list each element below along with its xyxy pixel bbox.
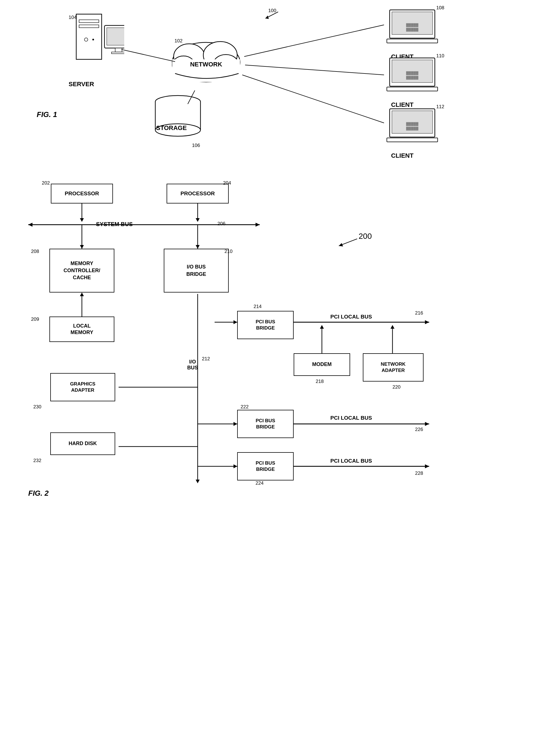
io-bridge-box: I/O BUS BRIDGE bbox=[164, 249, 229, 293]
ref-220: 220 bbox=[392, 384, 400, 390]
ref-224: 224 bbox=[256, 480, 264, 486]
svg-marker-55 bbox=[80, 293, 84, 296]
svg-marker-65 bbox=[390, 325, 394, 329]
local-mem-box: LOCAL MEMORY bbox=[49, 317, 114, 342]
pci-bridge1-box: PCI BUS BRIDGE bbox=[237, 311, 294, 339]
ref-208: 208 bbox=[31, 249, 39, 254]
svg-marker-74 bbox=[425, 464, 429, 468]
svg-marker-70 bbox=[425, 422, 429, 426]
svg-marker-63 bbox=[320, 325, 324, 329]
io-bus-label: I/OBUS bbox=[187, 359, 198, 371]
fig1-area: 100 SERVER 104 bbox=[0, 0, 541, 164]
pci-bridge3-box: PCI BUS BRIDGE bbox=[237, 452, 294, 480]
ref-212: 212 bbox=[202, 356, 210, 362]
svg-marker-44 bbox=[80, 218, 84, 222]
ref-209: 209 bbox=[31, 317, 39, 322]
svg-marker-46 bbox=[196, 218, 200, 222]
svg-line-36 bbox=[121, 49, 175, 62]
ref-214: 214 bbox=[254, 304, 262, 309]
ref-226: 226 bbox=[415, 427, 423, 432]
fig2-area: 200 PROCESSOR 202 PROCESSOR 204 bbox=[0, 172, 541, 756]
pci-local-bus1-label: PCI LOCAL BUS bbox=[330, 314, 372, 320]
ref-216: 216 bbox=[415, 310, 423, 316]
svg-marker-51 bbox=[80, 245, 84, 249]
modem-box: MODEM bbox=[294, 353, 350, 376]
system-bus-label: SYSTEM BUS bbox=[96, 221, 133, 228]
svg-marker-72 bbox=[234, 464, 237, 468]
pci-bridge2-box: PCI BUS BRIDGE bbox=[237, 410, 294, 438]
svg-line-38 bbox=[244, 25, 384, 57]
ref-230: 230 bbox=[33, 404, 41, 410]
pci-local-bus2-label: PCI LOCAL BUS bbox=[330, 415, 372, 421]
svg-marker-61 bbox=[425, 320, 429, 324]
graphics-box: GRAPHICS ADAPTER bbox=[50, 373, 115, 401]
svg-marker-57 bbox=[196, 480, 200, 483]
diagram-container: 100 SERVER 104 bbox=[0, 0, 541, 756]
svg-line-39 bbox=[245, 65, 384, 75]
ref-206: 206 bbox=[218, 221, 225, 227]
svg-line-37 bbox=[188, 90, 195, 104]
svg-marker-48 bbox=[28, 223, 32, 227]
svg-marker-68 bbox=[234, 422, 237, 426]
ref-232: 232 bbox=[33, 458, 41, 463]
mem-ctrl-box: MEMORY CONTROLLER/ CACHE bbox=[49, 249, 114, 293]
svg-marker-59 bbox=[234, 320, 237, 324]
ref-210: 210 bbox=[225, 249, 233, 254]
svg-line-40 bbox=[242, 75, 384, 123]
hard-disk-box: HARD DISK bbox=[50, 432, 115, 455]
fig1-connections bbox=[0, 0, 541, 164]
svg-marker-42 bbox=[266, 16, 269, 19]
fig2-label: FIG. 2 bbox=[28, 489, 49, 498]
svg-marker-49 bbox=[256, 223, 260, 227]
ref-222: 222 bbox=[241, 404, 249, 410]
ref-228: 228 bbox=[415, 471, 423, 476]
ref-218: 218 bbox=[316, 379, 323, 384]
net-adapter-box: NETWORK ADAPTER bbox=[363, 353, 423, 382]
pci-local-bus3-label: PCI LOCAL BUS bbox=[330, 458, 372, 464]
svg-marker-53 bbox=[196, 245, 200, 249]
